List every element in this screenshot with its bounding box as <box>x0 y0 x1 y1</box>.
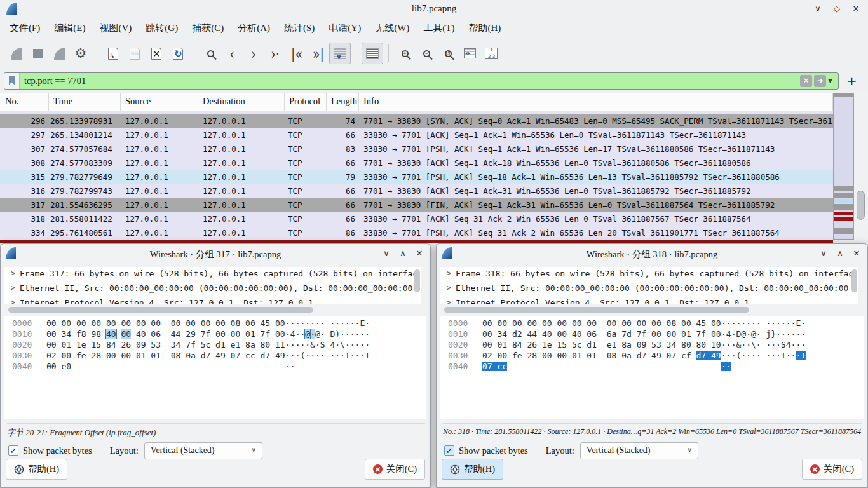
stop-capture-button[interactable] <box>27 43 48 64</box>
maximize-button[interactable]: ◇ <box>830 3 844 15</box>
tree-horizontal-scrollbar[interactable] <box>4 306 421 314</box>
scrollbar-handle[interactable] <box>8 307 313 313</box>
hex-row[interactable]: 002000 01 1e 15 84 26 09 53 34 7f 5c d1 … <box>4 340 426 351</box>
packet-minimap[interactable] <box>833 93 854 240</box>
column-header-length[interactable]: Length <box>327 93 359 111</box>
start-capture-button[interactable] <box>5 43 27 64</box>
menu-item[interactable]: 工具(T) <box>416 20 461 37</box>
close-button[interactable]: ✕ <box>412 247 426 260</box>
proto-tree-row[interactable]: >Internet Protocol Version 4, Src: 127.0… <box>440 296 858 304</box>
hex-row[interactable]: 003002 00 fe 28 00 00 01 01 08 0a d7 49 … <box>440 351 864 362</box>
proto-tree-row[interactable]: >Ethernet II, Src: 00:00:00_00:00:00 (00… <box>440 281 858 296</box>
menu-item[interactable]: 捕获(C) <box>185 20 231 37</box>
column-header-no[interactable]: No. <box>0 93 49 111</box>
menu-item[interactable]: 视图(V) <box>93 20 139 37</box>
packet-row[interactable]: 296265.133978931127.0.0.1127.0.0.1TCP747… <box>0 114 833 128</box>
filter-add-button[interactable]: + <box>846 73 857 88</box>
packet-row[interactable]: 308274.577083309127.0.0.1127.0.0.1TCP667… <box>0 156 833 170</box>
show-packet-bytes-checkbox[interactable]: ✓ <box>8 445 18 456</box>
minimize-button[interactable]: ∨ <box>817 247 831 260</box>
proto-tree-row[interactable]: >Ethernet II, Src: 00:00:00_00:00:00 (00… <box>4 281 421 296</box>
minimize-button[interactable]: ∨ <box>379 247 393 260</box>
filter-dropdown-icon[interactable]: ▼ <box>828 78 836 84</box>
filter-clear-button[interactable]: ✕ <box>800 75 812 87</box>
menu-item[interactable]: 跳转(G) <box>139 20 185 37</box>
tree-vertical-scrollbar[interactable] <box>414 269 420 292</box>
menu-item[interactable]: 编辑(E) <box>47 20 92 37</box>
column-header-destination[interactable]: Destination <box>198 93 285 111</box>
close-button[interactable]: ✕ <box>850 247 864 260</box>
column-header-time[interactable]: Time <box>49 93 121 111</box>
hex-row[interactable]: 001000 34 f8 98 40 00 40 06 44 29 7f 00 … <box>4 329 426 340</box>
go-forward-button[interactable]: › <box>243 43 264 64</box>
close-button[interactable]: 关闭(C) <box>802 459 862 480</box>
hex-row[interactable]: 001000 34 d2 44 40 00 40 06 6a 7d 7f 00 … <box>440 329 864 340</box>
filter-text[interactable]: tcp.port == 7701 <box>24 76 800 86</box>
scrollbar-handle[interactable] <box>857 191 865 220</box>
go-to-packet-button[interactable]: ›· <box>264 43 286 64</box>
last-packet-button[interactable]: »| <box>308 43 329 64</box>
close-file-button[interactable] <box>146 43 167 64</box>
help-button[interactable]: 帮助(H) <box>442 459 503 480</box>
menu-item[interactable]: 文件(F) <box>3 20 47 37</box>
packet-row[interactable]: 297265.134001214127.0.0.1127.0.0.1TCP663… <box>0 128 833 142</box>
zoom-out-button[interactable]: − <box>416 43 437 64</box>
open-file-button[interactable] <box>102 43 124 64</box>
restore-button[interactable]: ∧ <box>396 247 410 260</box>
menu-item[interactable]: 帮助(H) <box>461 20 508 37</box>
close-button[interactable]: 关闭(C) <box>365 459 425 480</box>
packet-row[interactable]: 334295.761480561127.0.0.1127.0.0.1TCP863… <box>0 226 833 240</box>
column-header-source[interactable]: Source <box>121 93 198 111</box>
hex-row[interactable]: 004007 cc·· <box>440 362 864 372</box>
auto-scroll-button[interactable] <box>329 43 351 64</box>
show-packet-bytes-checkbox[interactable]: ✓ <box>444 445 454 456</box>
hex-row[interactable]: 002000 01 84 26 1e 15 5c d1 e1 8a 09 53 … <box>440 340 864 351</box>
display-filter-input[interactable]: tcp.port == 7701 ✕ ➜ ▼ <box>4 72 839 90</box>
filter-apply-button[interactable]: ➜ <box>814 75 826 87</box>
menu-item[interactable]: 无线(W) <box>368 20 416 37</box>
help-button[interactable]: 帮助(H) <box>6 459 67 480</box>
colorize-button[interactable] <box>362 43 383 64</box>
packet-row[interactable]: 307274.577057684127.0.0.1127.0.0.1TCP833… <box>0 142 833 156</box>
expander-icon[interactable]: > <box>440 296 451 304</box>
capture-options-button[interactable] <box>70 43 92 64</box>
expander-icon[interactable]: > <box>440 267 451 281</box>
scrollbar-handle[interactable] <box>444 307 749 313</box>
close-button[interactable]: ✕ <box>849 3 863 15</box>
find-packet-button[interactable] <box>200 43 221 64</box>
go-back-button[interactable]: ‹ <box>221 43 243 64</box>
hex-row[interactable]: 004000 e0·· <box>4 362 426 372</box>
menu-item[interactable]: 统计(S) <box>277 20 322 37</box>
minimize-button[interactable]: ∨ <box>811 3 825 15</box>
packet-list-scrollbar[interactable] <box>854 93 868 243</box>
resize-columns-button[interactable] <box>459 43 480 64</box>
layout-chooser-button[interactable] <box>480 43 502 64</box>
tree-horizontal-scrollbar[interactable] <box>440 306 858 314</box>
hex-row[interactable]: 003002 00 fe 28 00 00 01 01 08 0a d7 49 … <box>4 351 426 362</box>
column-header-protocol[interactable]: Protocol <box>285 93 327 111</box>
zoom-reset-button[interactable]: ↺ <box>437 43 459 64</box>
reload-file-button[interactable] <box>167 43 189 64</box>
proto-tree-row[interactable]: >Frame 317: 66 bytes on wire (528 bits),… <box>4 267 421 281</box>
column-header-info[interactable]: Info <box>359 93 833 111</box>
restore-button[interactable]: ∧ <box>833 247 847 260</box>
packet-row[interactable]: 315279.782779649127.0.0.1127.0.0.1TCP793… <box>0 170 833 184</box>
expander-icon[interactable]: > <box>4 296 15 304</box>
filter-bookmark-button[interactable] <box>4 73 20 89</box>
dialog-title-bar[interactable]: Wireshark · 分组 317 · lib7.pcapng ∨∧✕ <box>1 244 430 263</box>
hex-row[interactable]: 000000 00 00 00 00 00 00 00 00 00 00 00 … <box>440 318 864 329</box>
packet-row[interactable]: 316279.782799743127.0.0.1127.0.0.1TCP667… <box>0 184 833 198</box>
hex-row[interactable]: 000000 00 00 00 00 00 00 00 00 00 00 00 … <box>4 318 426 329</box>
title-bar[interactable]: lib7.pcapng ∨◇✕ <box>0 0 868 18</box>
first-packet-button[interactable]: |« <box>286 43 308 64</box>
tree-vertical-scrollbar[interactable] <box>851 269 857 292</box>
layout-select[interactable]: Vertical (Stacked) ∨ <box>580 442 698 459</box>
expander-icon[interactable]: > <box>440 281 451 296</box>
proto-tree-row[interactable]: >Frame 318: 66 bytes on wire (528 bits),… <box>440 267 858 281</box>
save-file-button[interactable]: 0101 <box>124 43 146 64</box>
layout-select[interactable]: Vertical (Stacked) ∨ <box>144 442 262 459</box>
expander-icon[interactable]: > <box>4 281 15 296</box>
menu-item[interactable]: 电话(Y) <box>322 20 368 37</box>
proto-tree-row[interactable]: >Internet Protocol Version 4, Src: 127.0… <box>4 296 421 304</box>
packet-row[interactable]: 318281.558011422127.0.0.1127.0.0.1TCP663… <box>0 212 833 226</box>
